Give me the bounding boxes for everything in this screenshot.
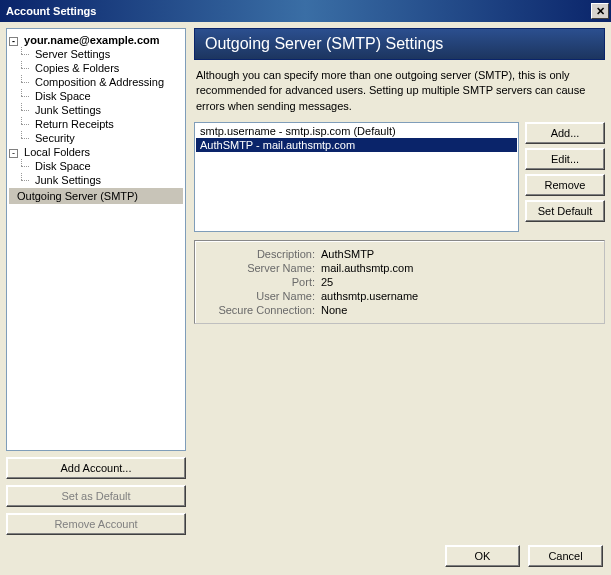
detail-value-description: AuthSMTP bbox=[321, 248, 374, 260]
tree-account-root[interactable]: - your.name@example.com bbox=[9, 33, 183, 47]
smtp-detail-box: Description: AuthSMTP Server Name: mail.… bbox=[194, 240, 605, 324]
detail-label: Server Name: bbox=[203, 262, 315, 274]
detail-label: Port: bbox=[203, 276, 315, 288]
detail-value-user: authsmtp.username bbox=[321, 290, 418, 302]
set-default-smtp-button[interactable]: Set Default bbox=[525, 200, 605, 222]
tree-account-label: your.name@example.com bbox=[24, 34, 159, 46]
panel-description: Although you can specify more than one o… bbox=[194, 68, 605, 114]
spacer bbox=[194, 332, 605, 535]
close-icon: ✕ bbox=[596, 6, 605, 17]
edit-smtp-button[interactable]: Edit... bbox=[525, 148, 605, 170]
right-pane: Outgoing Server (SMTP) Settings Although… bbox=[194, 28, 605, 535]
add-account-button[interactable]: Add Account... bbox=[6, 457, 186, 479]
detail-value-server: mail.authsmtp.com bbox=[321, 262, 413, 274]
main-columns: - your.name@example.com Server Settings … bbox=[6, 28, 605, 535]
panel-title: Outgoing Server (SMTP) Settings bbox=[194, 28, 605, 60]
dialog-footer: OK Cancel bbox=[6, 541, 605, 569]
remove-smtp-button[interactable]: Remove bbox=[525, 174, 605, 196]
tree-item-lf-junk[interactable]: Junk Settings bbox=[9, 173, 183, 187]
detail-row-secure: Secure Connection: None bbox=[203, 303, 596, 317]
collapse-icon[interactable]: - bbox=[9, 37, 18, 46]
detail-row-server: Server Name: mail.authsmtp.com bbox=[203, 261, 596, 275]
detail-label: Secure Connection: bbox=[203, 304, 315, 316]
ok-button[interactable]: OK bbox=[445, 545, 520, 567]
add-smtp-button[interactable]: Add... bbox=[525, 122, 605, 144]
smtp-server-list[interactable]: smtp.username - smtp.isp.com (Default) A… bbox=[194, 122, 519, 232]
cancel-button[interactable]: Cancel bbox=[528, 545, 603, 567]
collapse-icon[interactable]: - bbox=[9, 149, 18, 158]
account-tree[interactable]: - your.name@example.com Server Settings … bbox=[6, 28, 186, 451]
tree-item-composition[interactable]: Composition & Addressing bbox=[9, 75, 183, 89]
tree-panel: - your.name@example.com Server Settings … bbox=[6, 28, 186, 535]
detail-value-port: 25 bbox=[321, 276, 333, 288]
smtp-list-row: smtp.username - smtp.isp.com (Default) A… bbox=[194, 122, 605, 232]
tree-item-disk-space[interactable]: Disk Space bbox=[9, 89, 183, 103]
tree-item-junk-settings[interactable]: Junk Settings bbox=[9, 103, 183, 117]
smtp-list-item[interactable]: AuthSMTP - mail.authsmtp.com bbox=[196, 138, 517, 152]
titlebar: Account Settings ✕ bbox=[0, 0, 611, 22]
tree-item-copies-folders[interactable]: Copies & Folders bbox=[9, 61, 183, 75]
detail-row-port: Port: 25 bbox=[203, 275, 596, 289]
tree-item-return-receipts[interactable]: Return Receipts bbox=[9, 117, 183, 131]
detail-label: User Name: bbox=[203, 290, 315, 302]
close-button[interactable]: ✕ bbox=[591, 3, 609, 19]
detail-value-secure: None bbox=[321, 304, 347, 316]
tree-local-folders-label: Local Folders bbox=[24, 146, 90, 158]
smtp-list-item[interactable]: smtp.username - smtp.isp.com (Default) bbox=[196, 124, 517, 138]
detail-row-user: User Name: authsmtp.username bbox=[203, 289, 596, 303]
tree-item-lf-disk-space[interactable]: Disk Space bbox=[9, 159, 183, 173]
detail-label: Description: bbox=[203, 248, 315, 260]
tree-item-server-settings[interactable]: Server Settings bbox=[9, 47, 183, 61]
smtp-list-buttons: Add... Edit... Remove Set Default bbox=[525, 122, 605, 232]
tree-item-security[interactable]: Security bbox=[9, 131, 183, 145]
set-as-default-button: Set as Default bbox=[6, 485, 186, 507]
tree-local-folders-root[interactable]: - Local Folders bbox=[9, 145, 183, 159]
detail-row-description: Description: AuthSMTP bbox=[203, 247, 596, 261]
window-body: - your.name@example.com Server Settings … bbox=[0, 22, 611, 575]
tree-item-smtp-label: Outgoing Server (SMTP) bbox=[9, 188, 183, 204]
tree-item-outgoing-smtp[interactable]: Outgoing Server (SMTP) bbox=[9, 187, 183, 205]
window-title: Account Settings bbox=[6, 5, 591, 17]
remove-account-button: Remove Account bbox=[6, 513, 186, 535]
